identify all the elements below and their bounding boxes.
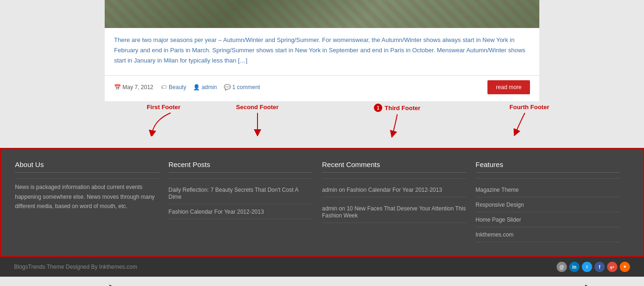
social-icons-annotation-group: Social Icons bbox=[526, 284, 593, 286]
google-social-icon[interactable]: g+ bbox=[607, 262, 617, 272]
twitter-social-icon[interactable]: t bbox=[582, 262, 592, 272]
post-image bbox=[105, 0, 539, 28]
user-icon: 👤 bbox=[193, 84, 200, 91]
list-item: admin on 10 New Faces That Deserve Your … bbox=[322, 201, 466, 223]
post-excerpt: There are two major seasons per year – A… bbox=[105, 28, 539, 70]
first-footer-arrow bbox=[145, 111, 182, 136]
second-footer-annotation: Second Footer bbox=[236, 104, 279, 136]
post-meta: 📅 May 7, 2012 🏷 Beauty 👤 admin 💬 1 comme… bbox=[105, 75, 539, 101]
recent-comment-link-2[interactable]: admin on 10 New Faces That Deserve Your … bbox=[322, 205, 466, 219]
features-divider bbox=[476, 178, 620, 179]
post-category-link[interactable]: Beauty bbox=[169, 84, 186, 91]
third-footer-annotation: 1 Third Footer bbox=[374, 104, 421, 138]
footer-widget-recent-posts: Recent Posts Daily Reflection: 7 Beauty … bbox=[169, 160, 322, 242]
recent-posts-list: Daily Reflection: 7 Beauty Secrets That … bbox=[169, 182, 313, 219]
list-item: Magazine Theme bbox=[476, 182, 620, 197]
about-divider bbox=[15, 178, 159, 179]
feature-link-1[interactable]: Magazine Theme bbox=[476, 187, 519, 193]
post-author-item: 👤 admin bbox=[193, 84, 217, 91]
recent-comments-divider bbox=[322, 178, 466, 179]
footer-widget-features: Features Magazine Theme Responsive Desig… bbox=[476, 160, 630, 242]
footer-annotation-area: First Footer Second Footer 1 Third Foote… bbox=[0, 101, 644, 148]
recent-comment-link-1[interactable]: admin on Fashion Calendar For Year 2012-… bbox=[322, 187, 442, 193]
footer-social-icons: @ in t f g+ ✦ bbox=[557, 262, 630, 272]
list-item: Daily Reflection: 7 Beauty Secrets That … bbox=[169, 182, 313, 204]
features-list: Magazine Theme Responsive Design Home Pa… bbox=[476, 182, 620, 242]
feature-link-3[interactable]: Home Page Slider bbox=[476, 216, 521, 223]
folder-icon: 🏷 bbox=[160, 84, 167, 91]
third-footer-badge: 1 bbox=[374, 104, 382, 112]
recent-posts-widget-title: Recent Posts bbox=[169, 160, 313, 173]
post-meta-left: 📅 May 7, 2012 🏷 Beauty 👤 admin 💬 1 comme… bbox=[114, 84, 260, 91]
post-date-item: 📅 May 7, 2012 bbox=[114, 84, 153, 91]
feature-link-4[interactable]: Inkthemes.com bbox=[476, 231, 514, 238]
rss-social-icon[interactable]: ✦ bbox=[620, 262, 630, 272]
linkedin-social-icon[interactable]: in bbox=[569, 262, 580, 272]
list-item: Inkthemes.com bbox=[476, 227, 620, 242]
read-more-button[interactable]: read more bbox=[487, 80, 530, 94]
post-category-item: 🏷 Beauty bbox=[160, 84, 186, 91]
feature-link-2[interactable]: Responsive Design bbox=[476, 202, 524, 208]
list-item: Responsive Design bbox=[476, 197, 620, 212]
post-date: May 7, 2012 bbox=[122, 84, 153, 91]
footer-widget-about: About Us News is packaged information ab… bbox=[15, 160, 169, 242]
recent-comments-list: admin on Fashion Calendar For Year 2012-… bbox=[322, 182, 466, 223]
post-comments-item: 💬 1 comment bbox=[224, 84, 260, 91]
third-footer-arrow bbox=[383, 112, 411, 138]
bottom-annotation-row: Footer copyright text Social Icons bbox=[0, 277, 644, 286]
fourth-footer-annotation: Fourth Footer bbox=[509, 104, 549, 136]
recent-comments-widget-title: Recent Comments bbox=[322, 160, 466, 173]
recent-post-link-1[interactable]: Daily Reflection: 7 Beauty Secrets That … bbox=[169, 187, 299, 200]
recent-posts-divider bbox=[169, 178, 313, 179]
third-footer-label: Third Footer bbox=[385, 105, 421, 112]
footer-widgets: About Us News is packaged information ab… bbox=[0, 148, 644, 257]
features-widget-title: Features bbox=[476, 160, 620, 173]
calendar-icon: 📅 bbox=[114, 84, 121, 91]
post-comments-link[interactable]: 1 comment bbox=[232, 84, 260, 91]
footer-widget-recent-comments: Recent Comments admin on Fashion Calenda… bbox=[322, 160, 476, 242]
footer-bottom-bar: BlogsTrends Theme Designed By Inkthemes.… bbox=[0, 257, 644, 277]
email-social-icon[interactable]: @ bbox=[557, 262, 567, 272]
footer-widgets-inner: About Us News is packaged information ab… bbox=[1, 149, 643, 256]
list-item: admin on Fashion Calendar For Year 2012-… bbox=[322, 182, 466, 197]
footer-copyright-arrow bbox=[89, 284, 117, 286]
about-widget-title: About Us bbox=[15, 160, 159, 173]
fourth-footer-arrow bbox=[511, 111, 548, 136]
comment-icon: 💬 bbox=[224, 84, 230, 91]
footer-copyright-annotation-group: Footer copyright text bbox=[89, 284, 180, 286]
recent-post-link-2[interactable]: Fashion Calendar For Year 2012-2013 bbox=[169, 209, 264, 215]
second-footer-arrow bbox=[243, 111, 272, 136]
footer-copyright-text: BlogsTrends Theme Designed By Inkthemes.… bbox=[14, 264, 137, 270]
facebook-social-icon[interactable]: f bbox=[594, 262, 605, 272]
post-author-link[interactable]: admin bbox=[201, 84, 217, 91]
list-item: Home Page Slider bbox=[476, 212, 620, 227]
about-widget-content: News is packaged information about curre… bbox=[15, 182, 159, 211]
social-icons-arrow bbox=[565, 284, 593, 286]
post-card: There are two major seasons per year – A… bbox=[105, 0, 539, 101]
second-footer-label: Second Footer bbox=[236, 104, 279, 111]
list-item: Fashion Calendar For Year 2012-2013 bbox=[169, 204, 313, 219]
first-footer-label: First Footer bbox=[147, 104, 180, 111]
first-footer-annotation: First Footer bbox=[145, 104, 182, 136]
fourth-footer-label: Fourth Footer bbox=[509, 104, 549, 111]
